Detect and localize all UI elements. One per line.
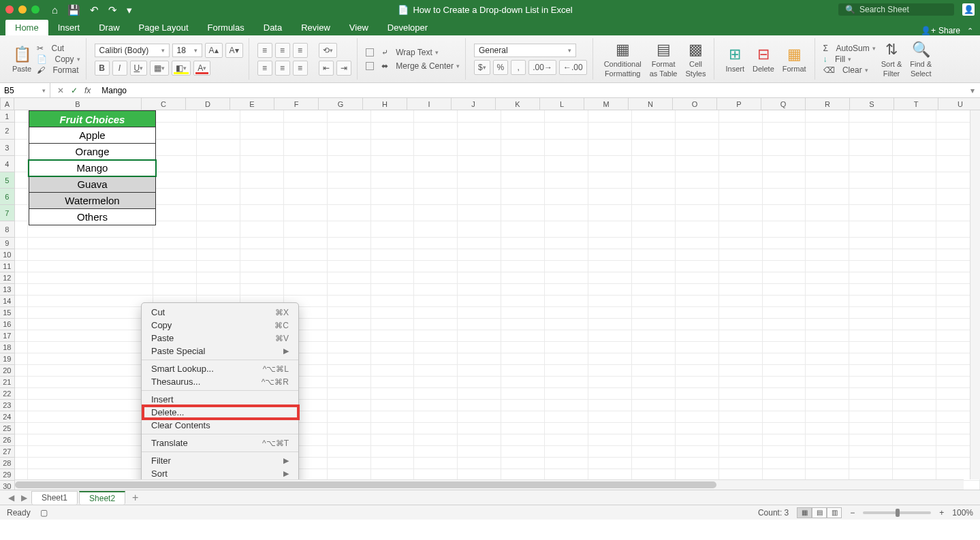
row-header[interactable]: 6 [0, 189, 15, 205]
row-header[interactable]: 21 [0, 377, 15, 388]
fx-icon[interactable]: fx [84, 86, 91, 95]
bold-button[interactable]: B [95, 61, 110, 76]
row-header[interactable]: 15 [0, 307, 15, 319]
scrollbar-thumb[interactable] [15, 481, 716, 488]
undo-icon[interactable]: ↶ [90, 5, 99, 15]
copy-button[interactable]: 📄 Copy▾ [37, 54, 80, 64]
align-middle-button[interactable]: ≡ [275, 43, 290, 58]
add-sheet-button[interactable]: + [127, 492, 144, 504]
font-name-select[interactable]: Calibri (Body)▾ [95, 44, 170, 57]
format-cells-button[interactable]: ▦Format [780, 44, 809, 74]
column-header[interactable]: K [496, 98, 540, 110]
clear-button[interactable]: ⌫ Clear▾ [823, 65, 876, 75]
wrap-text-button[interactable]: ⤶ Wrap Text▾ [366, 48, 460, 57]
font-color-button[interactable]: A▾ [193, 61, 210, 76]
table-data-cell[interactable]: Watermelon [29, 193, 156, 209]
align-top-button[interactable]: ≡ [257, 43, 272, 58]
context-menu-item[interactable]: Paste Special▶ [142, 345, 298, 358]
name-box[interactable]: B5▾ [0, 83, 50, 97]
paste-button[interactable]: 📋 Paste [10, 44, 34, 74]
context-menu-item[interactable]: Delete... [142, 406, 298, 419]
row-header[interactable]: 10 [0, 249, 15, 261]
cell-styles-button[interactable]: ▩CellStyles [682, 39, 708, 79]
macro-record-icon[interactable]: ▢ [40, 508, 48, 518]
context-menu-item[interactable]: Cut⌘X [142, 306, 298, 319]
save-icon[interactable]: 💾 [67, 5, 80, 15]
row-header[interactable]: 1 [0, 110, 15, 123]
qat-dropdown-icon[interactable]: ▾ [127, 5, 132, 15]
minimize-window-icon[interactable] [18, 5, 27, 14]
context-menu-item[interactable]: Translate^⌥⌘T [142, 436, 298, 449]
row-header[interactable]: 14 [0, 296, 15, 307]
column-header[interactable]: T [894, 98, 938, 110]
row-header[interactable]: 13 [0, 284, 15, 296]
column-header[interactable]: J [452, 98, 496, 110]
row-header[interactable]: 12 [0, 272, 15, 284]
enter-icon[interactable]: ✓ [71, 86, 78, 95]
cancel-icon[interactable]: ✕ [57, 86, 64, 95]
find-select-button[interactable]: 🔍Find &Select [907, 39, 934, 79]
align-right-button[interactable]: ≡ [293, 61, 308, 76]
row-header[interactable]: 23 [0, 400, 15, 411]
zoom-in-button[interactable]: + [939, 508, 944, 518]
table-data-cell[interactable]: Orange [29, 144, 156, 160]
page-layout-view-button[interactable]: ▤ [812, 507, 827, 518]
column-header[interactable]: L [540, 98, 584, 110]
row-header[interactable]: 17 [0, 330, 15, 342]
table-header-cell[interactable]: Fruit Choices [29, 110, 156, 127]
autosum-button[interactable]: Σ AutoSum▾ [823, 44, 876, 53]
fill-color-button[interactable]: ◧▾ [172, 61, 191, 76]
next-sheet-icon[interactable]: ▶ [18, 493, 30, 503]
context-menu-item[interactable]: Clear Contents [142, 419, 298, 432]
expand-formula-bar-icon[interactable]: ▾ [965, 86, 980, 95]
row-header[interactable]: 27 [0, 446, 15, 458]
worksheet[interactable]: ABCDEFGHIJKLMNOPQRSTU 123456789101112131… [0, 98, 980, 490]
border-button[interactable]: ▦▾ [150, 61, 169, 76]
delete-cells-button[interactable]: ⊟Delete [750, 44, 777, 74]
increase-decimal-button[interactable]: .00→ [528, 60, 556, 75]
increase-indent-button[interactable]: ⇥ [336, 61, 351, 76]
align-left-button[interactable]: ≡ [257, 61, 272, 76]
row-header[interactable]: 16 [0, 319, 15, 330]
zoom-level[interactable]: 100% [952, 508, 973, 518]
tab-review[interactable]: Review [291, 20, 340, 35]
table-data-cell[interactable]: Guava [29, 176, 156, 193]
context-menu-item[interactable]: Filter▶ [142, 454, 298, 467]
tab-data[interactable]: Data [254, 20, 291, 35]
column-header[interactable]: G [319, 98, 363, 110]
currency-button[interactable]: $▾ [474, 60, 490, 75]
context-menu-item[interactable]: Insert [142, 393, 298, 406]
row-header[interactable]: 2 [0, 123, 15, 140]
column-header[interactable]: U [938, 98, 980, 110]
zoom-slider[interactable] [863, 511, 931, 514]
column-header[interactable]: C [142, 98, 186, 110]
redo-icon[interactable]: ↷ [108, 5, 117, 15]
column-header[interactable]: N [629, 98, 673, 110]
column-header[interactable]: M [584, 98, 629, 110]
tab-home[interactable]: Home [5, 20, 48, 35]
context-menu-item[interactable]: Copy⌘C [142, 319, 298, 332]
percent-button[interactable]: % [493, 60, 509, 75]
merge-center-button[interactable]: ⬌ Merge & Center▾ [366, 61, 460, 71]
table-data-cell[interactable]: Apple [29, 127, 156, 144]
fill-button[interactable]: ↓ Fill▾ [823, 54, 876, 64]
row-header[interactable]: 29 [0, 469, 15, 481]
row-header[interactable]: 22 [0, 388, 15, 400]
row-header[interactable]: 25 [0, 423, 15, 434]
normal-view-button[interactable]: ▦ [797, 507, 812, 518]
row-header[interactable]: 9 [0, 238, 15, 249]
search-sheet-input[interactable]: 🔍 Search Sheet [838, 3, 954, 16]
sheet-tab[interactable]: Sheet2 [79, 491, 125, 505]
italic-button[interactable]: I [112, 61, 127, 76]
row-header[interactable]: 7 [0, 205, 15, 221]
column-header[interactable]: Q [761, 98, 806, 110]
context-menu-item[interactable]: Smart Lookup...^⌥⌘L [142, 362, 298, 375]
tab-formulas[interactable]: Formulas [198, 20, 254, 35]
column-header[interactable]: I [407, 98, 452, 110]
comma-button[interactable]: , [511, 60, 526, 75]
row-header[interactable]: 4 [0, 156, 15, 172]
column-header[interactable]: B [14, 98, 142, 110]
column-header[interactable]: R [806, 98, 850, 110]
align-center-button[interactable]: ≡ [275, 61, 290, 76]
sheet-tab[interactable]: Sheet1 [31, 491, 78, 505]
